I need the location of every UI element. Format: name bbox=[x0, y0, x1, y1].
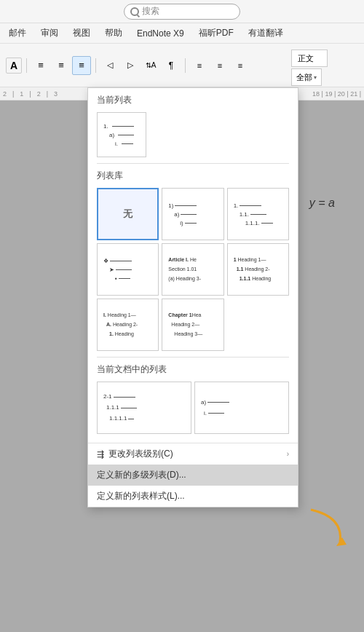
indent-dec-btn[interactable]: ◁ bbox=[100, 56, 119, 75]
filter-dropdown[interactable]: 全部 ▾ bbox=[291, 68, 322, 86]
change-level-icon: ⇶ bbox=[97, 449, 104, 459]
menu-help[interactable]: 帮助 bbox=[102, 25, 125, 41]
multilevel-list-btn[interactable]: ≡ bbox=[72, 56, 91, 75]
lib-heading1[interactable]: 1 Heading 1— 1.1 Heading 2- 1.1.1 Headin… bbox=[227, 243, 289, 296]
lib-none[interactable]: 无 bbox=[97, 188, 159, 240]
multilevel-list-dropdown: 当前列表 1. a) i. 列表库 无 1) a) i) 1. 1.1. bbox=[87, 87, 298, 507]
document-lists-title: 当前文档中的列表 bbox=[88, 358, 298, 379]
change-level-arrow: › bbox=[287, 450, 289, 458]
menu-mail[interactable]: 邮件 bbox=[6, 25, 29, 41]
library-area: 无 1) a) i) 1. 1.1. 1.1.1. ❖ ➤ ▪ bbox=[88, 185, 298, 357]
toolbar-left-group: A ≡ ≡ ≡ ◁ ▷ ⇅A ¶ ≡ ≡ ≡ bbox=[6, 56, 250, 75]
lib-chapter[interactable]: Chapter 1Hea Heading 2— Heading 3— bbox=[162, 299, 223, 351]
menu-view[interactable]: 视图 bbox=[70, 25, 93, 41]
align-right-btn[interactable]: ≡ bbox=[231, 56, 250, 75]
align-left-btn[interactable]: ≡ bbox=[190, 56, 209, 75]
change-level-label: 更改列表级别(C) bbox=[108, 448, 173, 460]
current-list-thumb[interactable]: 1. a) i. bbox=[97, 112, 146, 157]
define-new-label: 定义新的多级列表(D)... bbox=[97, 469, 186, 481]
lib-symbols[interactable]: ❖ ➤ ▪ bbox=[97, 243, 159, 296]
doc-list-2[interactable]: a) i. bbox=[194, 382, 289, 434]
search-placeholder: 搜索 bbox=[142, 5, 159, 17]
menu-foxit[interactable]: 福昕PDF bbox=[196, 25, 237, 41]
define-style-item[interactable]: 定义新的列表样式(L)... bbox=[88, 486, 298, 507]
library-title: 列表库 bbox=[88, 164, 298, 185]
doc-list-area: 2-1 1.1.1 1.1.1.1 a) i. bbox=[88, 379, 298, 440]
equation-display: y = a bbox=[309, 197, 335, 210]
font-icon[interactable]: A bbox=[6, 58, 22, 74]
toolbar: A ≡ ≡ ≡ ◁ ▷ ⇅A ¶ ≡ ≡ ≡ 正文 全部 ▾ bbox=[0, 44, 364, 87]
lib-numbered-paren[interactable]: 1) a) i) bbox=[162, 188, 223, 240]
bullet-list-btn[interactable]: ≡ bbox=[31, 56, 50, 75]
menu-bar: 邮件 审阅 视图 帮助 EndNote X9 福昕PDF 有道翻译 bbox=[0, 23, 364, 44]
lib-article-section[interactable]: Article I. He Section 1.01 (a) Heading 3… bbox=[162, 243, 223, 296]
none-label: 无 bbox=[123, 208, 132, 221]
toolbar-sep-2 bbox=[95, 58, 96, 73]
sort-btn[interactable]: ⇅A bbox=[141, 56, 160, 75]
menu-youdao[interactable]: 有道翻译 bbox=[245, 25, 286, 41]
filter-arrow: ▾ bbox=[314, 74, 317, 81]
doc-list-1[interactable]: 2-1 1.1.1 1.1.1.1 bbox=[97, 382, 191, 434]
toolbar-sep-3 bbox=[185, 58, 186, 73]
bottom-menu: ⇶ 更改列表级别(C) › 定义新的多级列表(D)... 定义新的列表样式(L)… bbox=[88, 443, 298, 507]
style-selector-group: 正文 全部 ▾ bbox=[291, 50, 328, 86]
search-icon bbox=[130, 7, 139, 16]
define-style-label: 定义新的列表样式(L)... bbox=[97, 490, 185, 502]
numbered-list-btn[interactable]: ≡ bbox=[52, 56, 71, 75]
search-box[interactable]: 搜索 bbox=[124, 4, 240, 20]
pilcrow-btn[interactable]: ¶ bbox=[162, 56, 181, 75]
style-dropdown[interactable]: 正文 bbox=[291, 50, 328, 67]
change-level-item[interactable]: ⇶ 更改列表级别(C) › bbox=[88, 443, 298, 465]
doc-grid: 2-1 1.1.1 1.1.1.1 a) i. bbox=[97, 382, 289, 434]
indent-inc-btn[interactable]: ▷ bbox=[121, 56, 140, 75]
menu-review[interactable]: 审阅 bbox=[38, 25, 61, 41]
menu-endnote[interactable]: EndNote X9 bbox=[134, 27, 187, 40]
toolbar-sep-1 bbox=[26, 58, 27, 73]
filter-label: 全部 bbox=[296, 72, 312, 83]
current-list-area: 1. a) i. bbox=[88, 109, 298, 163]
style-label: 正文 bbox=[298, 53, 314, 64]
title-bar: 搜索 bbox=[0, 0, 364, 23]
current-list-title: 当前列表 bbox=[88, 88, 298, 109]
library-grid: 无 1) a) i) 1. 1.1. 1.1.1. ❖ ➤ ▪ bbox=[97, 188, 289, 351]
lib-roman-heading[interactable]: I. Heading 1— A. Heading 2- 1. Heading bbox=[97, 299, 159, 351]
lib-numbered-dot[interactable]: 1. 1.1. 1.1.1. bbox=[227, 188, 289, 240]
align-center-btn[interactable]: ≡ bbox=[210, 56, 229, 75]
define-new-item[interactable]: 定义新的多级列表(D)... bbox=[88, 465, 298, 486]
